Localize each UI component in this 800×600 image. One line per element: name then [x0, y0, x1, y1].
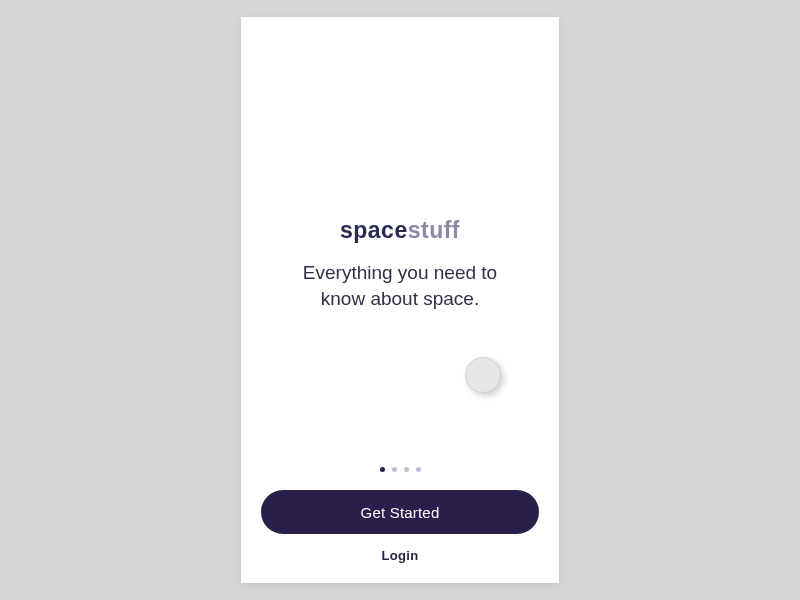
brand-logo: spacestuff: [340, 217, 460, 244]
brand-suffix: stuff: [408, 217, 460, 243]
brand-prefix: space: [340, 217, 408, 243]
pagination-dots: [380, 467, 421, 472]
get-started-button[interactable]: Get Started: [261, 490, 539, 534]
onboarding-tagline: Everything you need to know about space.: [241, 260, 559, 311]
swipe-handle-icon[interactable]: [465, 357, 501, 393]
page-dot-1[interactable]: [380, 467, 385, 472]
bottom-controls: Get Started Login: [241, 467, 559, 563]
page-dot-2[interactable]: [392, 467, 397, 472]
page-dot-3[interactable]: [404, 467, 409, 472]
page-dot-4[interactable]: [416, 467, 421, 472]
onboarding-screen: spacestuff Everything you need to know a…: [241, 17, 559, 583]
login-button[interactable]: Login: [382, 548, 419, 563]
